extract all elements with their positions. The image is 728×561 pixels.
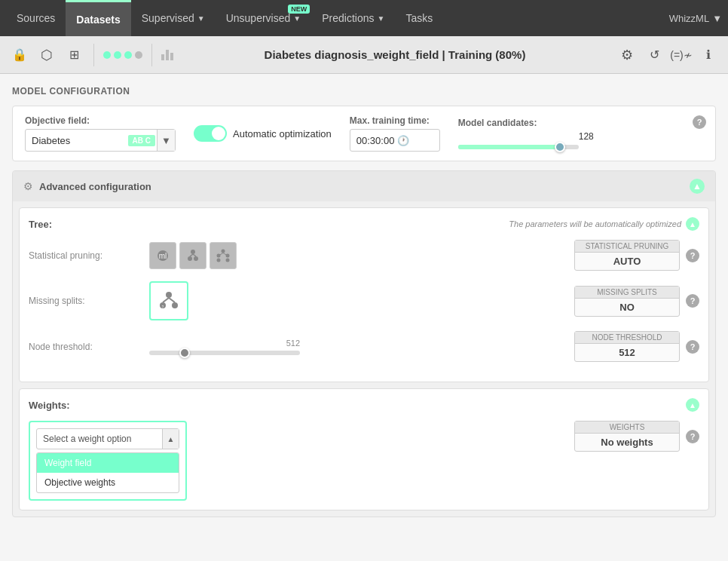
advanced-gear-icon: ⚙ bbox=[23, 180, 33, 192]
node-threshold-slider: 512 bbox=[149, 339, 300, 355]
weights-display: WEIGHTS No weights bbox=[574, 421, 680, 452]
weight-select-arrow-icon[interactable]: ▲ bbox=[162, 429, 179, 449]
supervised-arrow-icon: ▼ bbox=[197, 14, 205, 23]
svg-text:ml: ml bbox=[159, 252, 167, 260]
tree-header: Tree: The parameters will be automatical… bbox=[29, 217, 699, 231]
svg-point-8 bbox=[226, 258, 230, 262]
toolbar-title: Diabetes diagnosis_weight_field | Traini… bbox=[265, 48, 526, 61]
auto-opt-toggle[interactable] bbox=[194, 125, 227, 142]
stat-pruning-display-value: AUTO bbox=[575, 253, 679, 270]
tree-section: Tree: The parameters will be automatical… bbox=[19, 207, 709, 382]
dot-1 bbox=[103, 51, 111, 59]
svg-line-6 bbox=[193, 254, 196, 256]
weights-label: Weights: bbox=[29, 400, 70, 411]
tree-label: Tree: bbox=[29, 219, 52, 230]
max-training-group: Max. training time: 00:30:00 🕐 bbox=[350, 115, 440, 152]
missing-splits-display-label: MISSING SPLITS bbox=[575, 287, 679, 299]
clock-icon: 🕐 bbox=[397, 135, 409, 146]
stat-pruning-btn-2[interactable] bbox=[179, 242, 206, 269]
status-dots bbox=[103, 51, 142, 59]
nav-predictions[interactable]: Predictions ▼ bbox=[311, 0, 395, 36]
model-config-title: MODEL CONFIGURATION bbox=[12, 86, 716, 97]
node-slider-thumb[interactable] bbox=[179, 348, 190, 358]
max-training-value: 00:30:00 bbox=[356, 135, 395, 146]
weight-options-list: Weight field Objective weights bbox=[36, 452, 179, 493]
model-candidates-value: 128 bbox=[458, 131, 594, 142]
top-nav: Sources Datasets Supervised ▼ NEW Unsupe… bbox=[0, 0, 728, 36]
model-config-row: Objective field: Diabetes AB C ▼ Automat… bbox=[12, 106, 716, 161]
info-icon[interactable]: ℹ bbox=[698, 44, 719, 66]
missing-splits-help-icon[interactable]: ? bbox=[686, 294, 699, 308]
svg-text:?: ? bbox=[162, 305, 164, 309]
weight-select-box[interactable]: Select a weight option ▲ bbox=[36, 428, 179, 449]
stat-pruning-help-icon[interactable]: ? bbox=[686, 249, 699, 262]
nav-sources[interactable]: Sources bbox=[6, 0, 66, 36]
missing-splits-display: MISSING SPLITS NO bbox=[574, 286, 680, 317]
dot-3 bbox=[124, 51, 132, 59]
bar-chart-icon[interactable] bbox=[161, 50, 173, 60]
node-threshold-help-icon[interactable]: ? bbox=[686, 340, 699, 354]
slider-fill bbox=[458, 145, 561, 149]
node-threshold-display-value: 512 bbox=[575, 344, 679, 361]
missing-splits-icon-box[interactable]: ? bbox=[149, 281, 188, 320]
missing-splits-display-value: NO bbox=[575, 299, 679, 316]
objective-field-select[interactable]: Diabetes AB C ▼ bbox=[25, 129, 176, 152]
svg-point-14 bbox=[166, 292, 172, 298]
svg-point-16 bbox=[172, 302, 178, 308]
svg-line-18 bbox=[169, 298, 175, 302]
stat-pruning-right: STATISTICAL PRUNING AUTO ? bbox=[574, 240, 699, 271]
layers-icon[interactable]: ⊞ bbox=[63, 44, 84, 66]
nav-supervised[interactable]: Supervised ▼ bbox=[131, 0, 216, 36]
weights-header: Weights: ▲ bbox=[29, 398, 699, 412]
model-candidates-slider: 128 bbox=[458, 131, 594, 149]
stat-pruning-label: Statistical pruning: bbox=[29, 250, 149, 261]
nav-datasets[interactable]: Datasets bbox=[66, 0, 130, 36]
weight-dropdown-wrapper: Select a weight option ▲ Weight field Ob… bbox=[29, 421, 187, 501]
network-icon[interactable]: ⬡ bbox=[36, 44, 57, 66]
weight-select-placeholder: Select a weight option bbox=[37, 434, 162, 444]
refresh-icon[interactable]: ↺ bbox=[644, 44, 665, 66]
advanced-title: Advanced configuration bbox=[39, 181, 151, 192]
whizzml-arrow-icon: ▼ bbox=[712, 13, 722, 24]
svg-line-17 bbox=[163, 298, 169, 302]
stat-pruning-display-label: STATISTICAL PRUNING bbox=[575, 241, 679, 253]
main-content: MODEL CONFIGURATION Objective field: Dia… bbox=[0, 74, 728, 561]
nav-tasks[interactable]: Tasks bbox=[395, 0, 443, 36]
weights-help-icon[interactable]: ? bbox=[686, 430, 699, 443]
auto-opt-group: Automatic optimization bbox=[194, 125, 332, 142]
stat-pruning-btn-3[interactable] bbox=[210, 242, 237, 269]
missing-splits-row: Missing splits: ? MISSING SPLITS NO bbox=[29, 281, 699, 320]
advanced-collapse-button[interactable]: ▲ bbox=[690, 179, 705, 194]
dot-2 bbox=[114, 51, 121, 59]
nav-unsupervised[interactable]: NEW Unsupervised ▼ bbox=[216, 0, 312, 36]
abc-badge: AB C bbox=[128, 135, 155, 146]
weights-display-group: WEIGHTS No weights ? bbox=[574, 421, 699, 452]
weight-option-1[interactable]: Weight field bbox=[37, 453, 179, 473]
node-threshold-display-label: NODE THRESHOLD bbox=[575, 332, 679, 344]
node-threshold-row: Node threshold: 512 NODE THRESHOLD 512 ? bbox=[29, 331, 699, 362]
predictions-arrow-icon: ▼ bbox=[377, 14, 384, 23]
advanced-header[interactable]: ⚙ Advanced configuration ▲ bbox=[13, 171, 715, 201]
stat-pruning-icons: ml bbox=[149, 242, 237, 269]
nav-whizzml[interactable]: WhizzML ▼ bbox=[669, 13, 722, 24]
code-icon[interactable]: (=)≁ bbox=[671, 44, 692, 66]
missing-splits-right: MISSING SPLITS NO ? bbox=[574, 286, 699, 317]
stat-pruning-btn-1[interactable]: ml bbox=[149, 242, 176, 269]
model-candidates-label: Model candidates: bbox=[458, 118, 594, 128]
auto-opt-label: Automatic optimization bbox=[233, 128, 332, 139]
weight-option-2[interactable]: Objective weights bbox=[37, 473, 179, 492]
slider-thumb[interactable] bbox=[555, 142, 565, 152]
missing-splits-label: Missing splits: bbox=[29, 296, 149, 306]
max-training-label: Max. training time: bbox=[350, 115, 440, 126]
dot-4 bbox=[135, 51, 142, 59]
svg-line-5 bbox=[190, 254, 193, 256]
weights-collapse-button[interactable]: ▲ bbox=[686, 398, 699, 412]
node-threshold-num: 512 bbox=[149, 339, 300, 348]
missing-splits-svg: ? bbox=[157, 289, 181, 313]
settings-gear-icon[interactable]: ⚙ bbox=[616, 44, 638, 66]
lock-icon[interactable]: 🔒 bbox=[9, 44, 30, 66]
max-training-input[interactable]: 00:30:00 🕐 bbox=[350, 129, 440, 152]
objective-select-arrow-icon[interactable]: ▼ bbox=[157, 130, 175, 151]
toolbar-divider-1 bbox=[93, 44, 94, 66]
model-config-help-icon[interactable]: ? bbox=[693, 115, 706, 129]
